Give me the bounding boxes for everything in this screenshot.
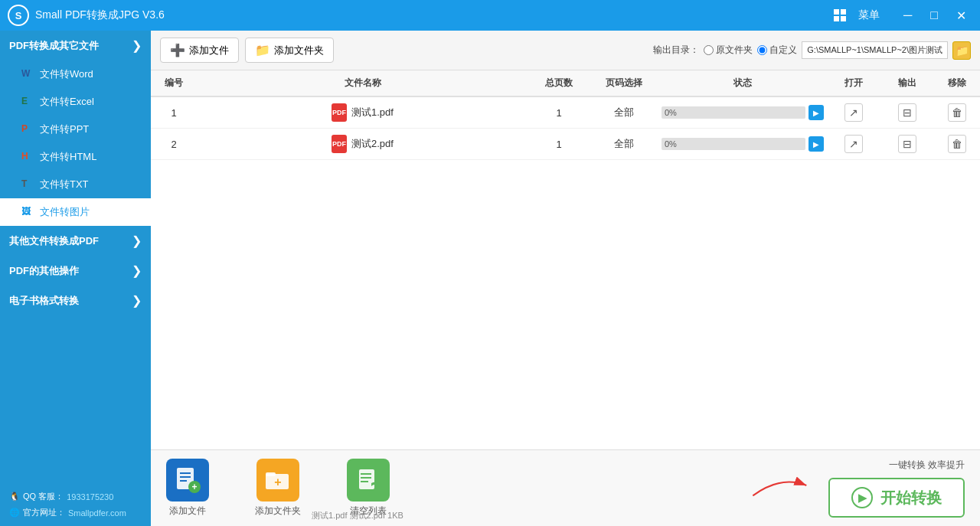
row2-filename-cell: PDF 测试2.pdf [197, 135, 528, 153]
row1-id: 1 [151, 107, 197, 119]
arrow-area [750, 470, 812, 503]
image-icon: 🖼 [21, 206, 34, 218]
bottom-add-file[interactable]: + 添加文件 [166, 459, 209, 518]
row2-progress-text: 0% [665, 138, 677, 150]
row2-id: 2 [151, 139, 197, 150]
title-bar: S Small PDF转换成JPG V3.6 菜单 ─ □ ✕ [0, 0, 980, 31]
svg-text:+: + [191, 482, 197, 492]
sidebar-item-ppt[interactable]: P 文件转PPT [0, 116, 151, 143]
word-icon: W [21, 68, 34, 80]
sidebar-item-image[interactable]: 🖼 文件转图片 [0, 198, 151, 226]
row2-output-button[interactable]: ⊟ [898, 135, 916, 153]
bottom-add-folder-icon: + [256, 459, 299, 501]
sidebar-section-pdf-to-other[interactable]: PDF转换成其它文件 ❯ [0, 31, 151, 60]
col-header-output: 输出 [880, 77, 934, 90]
svg-text:+: + [274, 475, 281, 488]
website-label: 官方网址： [23, 507, 65, 518]
ppt-icon: P [21, 123, 34, 136]
radio-custom-label[interactable]: 自定义 [757, 44, 797, 57]
file-table: 编号 文件名称 总页数 页码选择 状态 打开 输出 移除 1 PDF 测试1.p… [151, 70, 980, 449]
svg-rect-11 [361, 477, 371, 479]
row1-output-button[interactable]: ⊟ [898, 103, 916, 122]
bottom-add-folder-label: 添加文件夹 [255, 505, 301, 518]
website-link[interactable]: Smallpdfer.com [68, 508, 126, 518]
pdf-icon-1: PDF [332, 103, 347, 122]
start-convert-button[interactable]: ▶ 开始转换 [828, 478, 965, 518]
sidebar-item-excel-label: 文件转Excel [40, 95, 94, 109]
table-row: 2 PDF 测试2.pdf 1 全部 0% ▶ ↗ [151, 129, 980, 160]
row2-filename: 测试2.pdf [351, 137, 394, 151]
window-controls: 菜单 ─ □ ✕ [834, 5, 972, 26]
svg-rect-1 [180, 472, 191, 474]
row2-open-cell: ↗ [827, 135, 880, 153]
sidebar: PDF转换成其它文件 ❯ W 文件转Word E 文件转Excel P 文件转P… [0, 31, 151, 526]
output-dir-label: 输出目录： [653, 44, 699, 57]
sidebar-item-html[interactable]: H 文件转HTML [0, 143, 151, 171]
row1-page-select: 全部 [590, 106, 658, 119]
bottom-right: 一键转换 效率提升 ▶ 开始转换 [828, 459, 965, 518]
row2-remove-cell: 🗑 [934, 135, 980, 153]
sidebar-section-pdf-ops[interactable]: PDF的其他操作 ❯ [0, 256, 151, 286]
row2-output-cell: ⊟ [880, 135, 934, 153]
bottom-add-file-label: 添加文件 [169, 505, 206, 518]
row1-pages: 1 [528, 107, 590, 119]
row1-output-cell: ⊟ [880, 103, 934, 122]
row1-play-button[interactable]: ▶ [808, 105, 824, 120]
chevron-right-icon-2: ❯ [132, 263, 142, 278]
sidebar-item-word[interactable]: W 文件转Word [0, 60, 151, 88]
menu-label[interactable]: 菜单 [858, 8, 880, 22]
qq-icon: 🐧 [9, 492, 20, 501]
col-header-pages: 总页数 [528, 77, 590, 90]
maximize-button[interactable]: □ [924, 5, 944, 25]
bottom-status: 测试1.pdf 测试2.pdf 1KB [312, 510, 403, 521]
table-row: 1 PDF 测试1.pdf 1 全部 0% ▶ ↗ [151, 97, 980, 129]
col-header-remove: 移除 [934, 77, 980, 90]
qq-number-link[interactable]: 1933175230 [67, 492, 113, 501]
sidebar-item-txt[interactable]: T 文件转TXT [0, 171, 151, 198]
grid-icon [834, 9, 846, 21]
app-logo: S [8, 5, 29, 26]
row1-progress-text: 0% [665, 106, 677, 119]
svg-rect-12 [361, 481, 368, 482]
toolbar: ➕ 添加文件 📁 添加文件夹 输出目录： 原文件夹 自定义 G:\SMALLP~… [151, 31, 980, 70]
sidebar-section-other-to-pdf[interactable]: 其他文件转换成PDF ❯ [0, 226, 151, 256]
row2-play-button[interactable]: ▶ [808, 136, 824, 152]
chevron-right-icon-1: ❯ [132, 234, 142, 248]
pdf-icon-2: PDF [332, 135, 347, 153]
row1-open-button[interactable]: ↗ [844, 103, 863, 122]
row2-open-button[interactable]: ↗ [844, 135, 863, 153]
sidebar-item-excel[interactable]: E 文件转Excel [0, 88, 151, 116]
sidebar-item-ppt-label: 文件转PPT [40, 123, 89, 136]
col-header-open: 打开 [827, 77, 880, 90]
sidebar-item-txt-label: 文件转TXT [40, 178, 89, 191]
radio-original-label[interactable]: 原文件夹 [704, 44, 753, 57]
row2-remove-button[interactable]: 🗑 [948, 135, 966, 153]
radio-original[interactable] [704, 45, 714, 55]
start-btn-label: 开始转换 [880, 488, 942, 508]
row1-status-cell: 0% ▶ [658, 105, 827, 120]
radio-custom[interactable] [757, 45, 767, 55]
qq-service-label: QQ 客服： [23, 491, 64, 502]
output-path: G:\SMALLP~1\SMALLP~2\图片测试 [802, 41, 948, 59]
close-button[interactable]: ✕ [950, 5, 972, 26]
excel-icon: E [21, 96, 34, 108]
sidebar-item-word-label: 文件转Word [40, 67, 93, 81]
bottom-add-folder[interactable]: + 添加文件夹 [255, 459, 301, 518]
row2-pages: 1 [528, 139, 590, 150]
sidebar-item-html-label: 文件转HTML [40, 150, 96, 164]
minimize-button[interactable]: ─ [897, 5, 918, 25]
row1-remove-button[interactable]: 🗑 [948, 103, 966, 122]
row2-page-select: 全部 [590, 137, 658, 151]
bottom-add-file-icon: + [166, 459, 209, 501]
bottom-hint: 一键转换 效率提升 [889, 459, 965, 472]
row2-progress-bar: 0% [662, 138, 805, 150]
add-folder-button[interactable]: 📁 添加文件夹 [245, 38, 334, 63]
row1-filename-cell: PDF 测试1.pdf [197, 103, 528, 122]
add-file-icon: ➕ [170, 43, 185, 57]
add-file-button[interactable]: ➕ 添加文件 [160, 38, 239, 63]
sidebar-item-image-label: 文件转图片 [40, 205, 90, 219]
sidebar-section-ebook[interactable]: 电子书格式转换 ❯ [0, 286, 151, 315]
browse-folder-button[interactable]: 📁 [952, 41, 971, 60]
bottom-clear[interactable]: 清空列表 [347, 459, 390, 518]
main-layout: PDF转换成其它文件 ❯ W 文件转Word E 文件转Excel P 文件转P… [0, 31, 980, 526]
